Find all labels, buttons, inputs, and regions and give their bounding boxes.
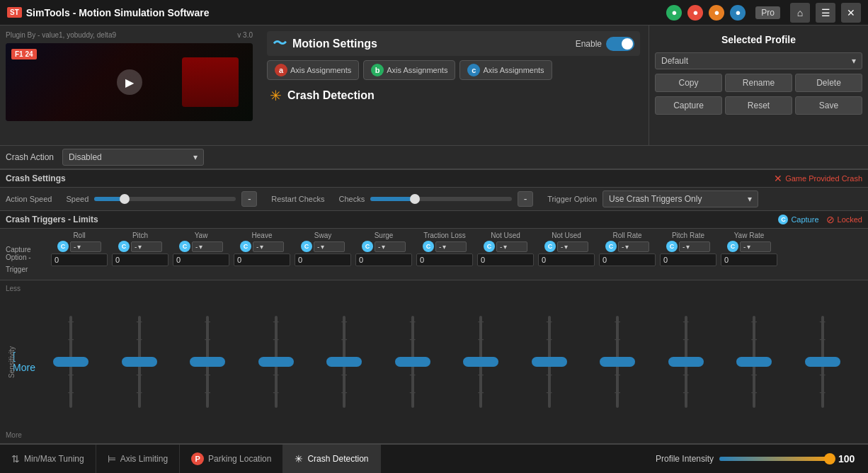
capture-circle[interactable]: C: [362, 241, 373, 252]
capture-circle[interactable]: C: [57, 241, 69, 252]
tab-axis-limiting[interactable]: ⊨ Axis Limiting: [96, 445, 180, 473]
rename-button[interactable]: Rename: [725, 74, 792, 92]
axis-trigger-value[interactable]: 0: [721, 253, 777, 266]
speed-slider-track[interactable]: [94, 197, 236, 201]
tab-min-max-tuning[interactable]: ⇅ Min/Max Tuning: [0, 445, 96, 473]
axis-tab-a[interactable]: a Axis Assignments: [267, 60, 359, 80]
menu-nav-button[interactable]: ☰: [816, 3, 835, 23]
sensitivity-slider[interactable]: [736, 357, 772, 367]
axis-trigger-value[interactable]: 0: [295, 253, 351, 266]
close-icon[interactable]: ●: [687, 5, 703, 21]
tab-min-max-label: Min/Max Tuning: [24, 454, 84, 464]
capture-indicator: C Capture: [778, 215, 818, 224]
close-nav-button[interactable]: ✕: [841, 3, 861, 23]
sensitivity-slider[interactable]: [190, 357, 225, 367]
axis-trigger-value[interactable]: 0: [355, 253, 412, 266]
intensity-slider[interactable]: [719, 457, 833, 461]
axis-tab-b[interactable]: b Axis Assignments: [363, 60, 455, 80]
save-button[interactable]: Save: [795, 96, 862, 115]
capture-circle[interactable]: C: [301, 241, 312, 252]
axis-capture-dropdown[interactable]: -▾: [557, 241, 588, 252]
axis-capture-dropdown[interactable]: -▾: [740, 241, 771, 252]
settings-icon[interactable]: ●: [730, 5, 746, 21]
checks-minus-button[interactable]: -: [518, 191, 533, 207]
delete-button[interactable]: Delete: [795, 74, 862, 92]
enable-switch[interactable]: [606, 37, 634, 51]
axis-capture-dropdown[interactable]: -▾: [679, 241, 710, 252]
tab-crash-detection-label: Crash Detection: [307, 454, 368, 464]
sensitivity-slider[interactable]: [668, 357, 704, 367]
crash-action-label: Crash Action: [6, 152, 54, 162]
crash-action-dropdown[interactable]: Disabled ▾: [62, 149, 204, 166]
min-max-icon: ⇅: [11, 453, 20, 465]
sensitivity-slider[interactable]: [805, 357, 840, 367]
sensitivity-slider[interactable]: [122, 357, 157, 367]
chevron-down-icon: ▾: [852, 56, 856, 66]
sensitivity-slider[interactable]: [395, 357, 430, 367]
axis-capture-dropdown[interactable]: -▾: [375, 241, 406, 252]
capture-circle[interactable]: C: [423, 241, 434, 252]
axis-capture-dropdown[interactable]: -▾: [618, 241, 649, 252]
axis-trigger-value[interactable]: 0: [538, 253, 595, 266]
axis-trigger-value[interactable]: 0: [599, 253, 656, 266]
restart-checks-group: Restart Checks: [271, 195, 324, 203]
profile-select-dropdown[interactable]: Default ▾: [655, 52, 862, 69]
sensitivity-slider[interactable]: [53, 357, 88, 367]
sensitivity-slider[interactable]: [463, 357, 498, 367]
speed-minus-button[interactable]: -: [241, 191, 257, 207]
capture-circle[interactable]: C: [727, 241, 738, 252]
restore-icon[interactable]: ●: [709, 5, 724, 21]
video-thumbnail[interactable]: F1 24 ▶: [6, 43, 253, 121]
capture-c-icon: C: [778, 215, 788, 224]
axis-trigger-value[interactable]: 0: [660, 253, 716, 266]
left-arrow-button[interactable]: [ More: [17, 283, 31, 440]
enable-toggle[interactable]: Enable: [576, 37, 634, 51]
sensitivity-slider[interactable]: [600, 357, 635, 367]
capture-circle[interactable]: C: [666, 241, 678, 252]
axis-trigger-value[interactable]: 0: [234, 253, 290, 266]
axis-capture-dropdown[interactable]: -▾: [253, 241, 284, 252]
axis-col-heave-3: Heave C -▾ 0: [234, 232, 290, 266]
axis-trigger-value[interactable]: 0: [51, 253, 108, 266]
axis-col-surge-5: Surge C -▾ 0: [355, 232, 412, 266]
axis-trigger-value[interactable]: 0: [416, 253, 473, 266]
axis-capture-dropdown[interactable]: -▾: [435, 241, 467, 252]
sensitivity-slider[interactable]: [326, 357, 362, 367]
axis-col-label: Not Used: [491, 232, 520, 239]
home-nav-button[interactable]: ⌂: [790, 3, 810, 23]
axis-trigger-value[interactable]: 0: [173, 253, 229, 266]
axis-trigger-value[interactable]: 0: [477, 253, 534, 266]
reset-button[interactable]: Reset: [725, 96, 792, 115]
play-button[interactable]: ▶: [117, 69, 142, 95]
axis-trigger-value[interactable]: 0: [112, 253, 169, 266]
intensity-thumb[interactable]: [824, 453, 835, 465]
axis-capture-dropdown[interactable]: -▾: [192, 241, 223, 252]
trigger-option-dropdown[interactable]: Use Crash Triggers Only ▾: [603, 190, 758, 207]
tab-parking-location[interactable]: P Parking Location: [180, 445, 283, 473]
axis-capture-dropdown[interactable]: -▾: [70, 241, 101, 252]
sensitivity-slider[interactable]: [532, 357, 567, 367]
checks-slider-thumb[interactable]: [410, 194, 420, 204]
sensitivity-slider[interactable]: [258, 357, 294, 367]
minimize-icon[interactable]: ●: [666, 5, 682, 21]
capture-circle[interactable]: C: [179, 241, 190, 252]
capture-circle[interactable]: C: [605, 241, 617, 252]
capture-button[interactable]: Capture: [655, 96, 722, 115]
capture-circle[interactable]: C: [544, 241, 556, 252]
capture-circle[interactable]: C: [118, 241, 130, 252]
axis-capture-dropdown[interactable]: -▾: [131, 241, 162, 252]
app-logo: ST SimTools - Motion Simulation Software: [7, 7, 210, 18]
locked-text: Locked: [838, 215, 862, 224]
capture-circle[interactable]: C: [240, 241, 251, 252]
checks-slider-track[interactable]: [370, 197, 512, 201]
profile-action-buttons: Copy Rename Delete: [655, 74, 862, 92]
copy-button[interactable]: Copy: [655, 74, 722, 92]
capture-circle[interactable]: C: [484, 241, 495, 252]
axis-tab-c[interactable]: c Axis Assignments: [459, 60, 552, 80]
axis-b-icon: b: [371, 64, 384, 76]
axis-capture-dropdown[interactable]: -▾: [496, 241, 527, 252]
axis-capture-dropdown[interactable]: -▾: [314, 241, 345, 252]
speed-slider-thumb[interactable]: [120, 194, 130, 204]
axis-capture-row: C -▾: [423, 241, 467, 252]
tab-crash-detection[interactable]: ✳ Crash Detection: [283, 445, 380, 473]
